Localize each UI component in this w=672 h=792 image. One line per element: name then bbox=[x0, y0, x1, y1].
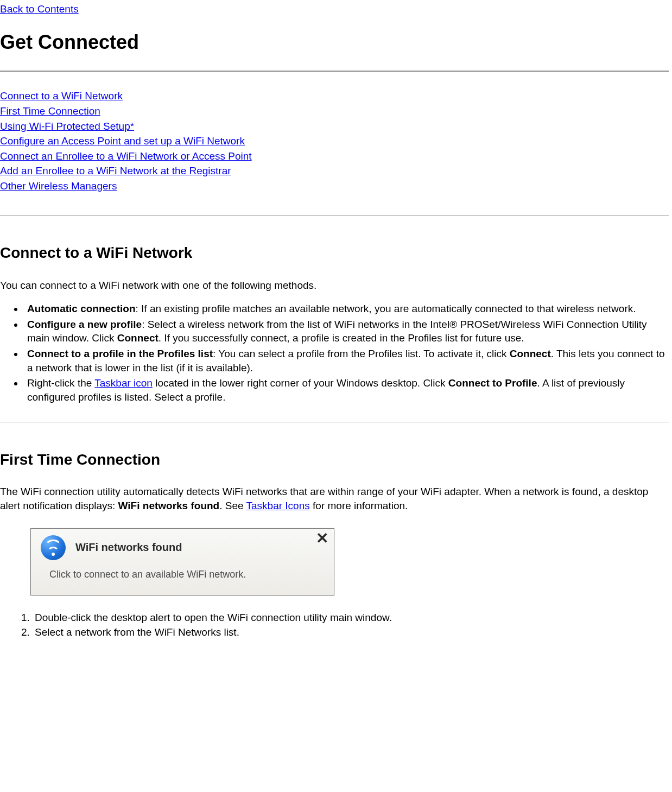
divider bbox=[0, 215, 669, 216]
toc-link[interactable]: Connect to a WiFi Network bbox=[0, 90, 123, 102]
section1-intro: You can connect to a WiFi network with o… bbox=[0, 278, 669, 293]
taskbar-icon-link[interactable]: Taskbar icon bbox=[94, 377, 153, 389]
page-title: Get Connected bbox=[0, 29, 669, 56]
paragraph-text: . See bbox=[219, 500, 246, 511]
inline-bold: Connect to Profile bbox=[448, 377, 537, 389]
paragraph-text: for more information. bbox=[310, 500, 408, 511]
inline-bold: WiFi networks found bbox=[118, 500, 220, 511]
list-item: Right-click the Taskbar icon located in … bbox=[24, 376, 669, 404]
method-name: Connect to a profile in the Profiles lis… bbox=[27, 348, 213, 359]
toc-link[interactable]: Add an Enrollee to a WiFi Network at the… bbox=[0, 165, 231, 176]
section2-paragraph: The WiFi connection utility automaticall… bbox=[0, 485, 669, 512]
wifi-icon bbox=[41, 535, 66, 560]
list-item: Select a network from the WiFi Networks … bbox=[33, 625, 669, 639]
toc-link[interactable]: Configure an Access Point and set up a W… bbox=[0, 135, 245, 147]
method-text: : If an existing profile matches an avai… bbox=[136, 303, 636, 314]
method-text: : You can select a profile from the Prof… bbox=[213, 348, 510, 359]
toc-link[interactable]: First Time Connection bbox=[0, 105, 100, 117]
close-icon[interactable]: ✕ bbox=[316, 531, 328, 546]
back-to-contents-link[interactable]: Back to Contents bbox=[0, 3, 79, 15]
list-item: Configure a new profile: Select a wirele… bbox=[24, 318, 669, 345]
method-text: Right-click the bbox=[27, 377, 94, 389]
divider bbox=[0, 71, 669, 72]
section-heading-connect: Connect to a WiFi Network bbox=[0, 243, 669, 263]
section-heading-first-time: First Time Connection bbox=[0, 449, 669, 470]
toc-link[interactable]: Using Wi-Fi Protected Setup* bbox=[0, 121, 134, 132]
taskbar-icons-link[interactable]: Taskbar Icons bbox=[246, 500, 310, 511]
wifi-found-notification[interactable]: ✕ WiFi networks found Click to connect t… bbox=[30, 528, 334, 595]
inline-bold: Connect bbox=[117, 332, 159, 344]
list-item: Automatic connection: If an existing pro… bbox=[24, 302, 669, 316]
list-item: Double-click the desktop alert to open t… bbox=[33, 611, 669, 625]
method-name: Configure a new profile bbox=[27, 319, 142, 330]
list-item: Connect to a profile in the Profiles lis… bbox=[24, 347, 669, 375]
methods-list: Automatic connection: If an existing pro… bbox=[0, 302, 669, 404]
notification-subtext: Click to connect to an available WiFi ne… bbox=[49, 568, 324, 581]
method-name: Automatic connection bbox=[27, 303, 136, 314]
toc-link[interactable]: Other Wireless Managers bbox=[0, 180, 117, 192]
steps-list: Double-click the desktop alert to open t… bbox=[0, 611, 669, 639]
toc-link[interactable]: Connect an Enrollee to a WiFi Network or… bbox=[0, 150, 252, 162]
divider bbox=[0, 422, 669, 422]
inline-bold: Connect bbox=[510, 348, 551, 359]
method-text: located in the lower right corner of you… bbox=[153, 377, 448, 389]
notification-title: WiFi networks found bbox=[75, 540, 182, 555]
method-text: . If you successfully connect, a profile… bbox=[159, 332, 524, 344]
